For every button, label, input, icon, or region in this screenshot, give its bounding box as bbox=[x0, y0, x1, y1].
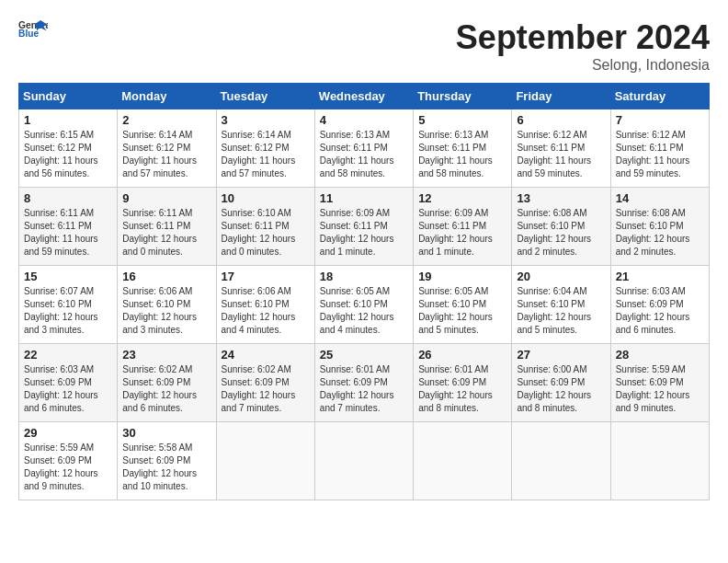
day-info: Sunrise: 6:12 AM Sunset: 6:11 PM Dayligh… bbox=[517, 129, 605, 180]
table-row: 20 Sunrise: 6:04 AM Sunset: 6:10 PM Dayl… bbox=[512, 266, 610, 344]
day-number: 15 bbox=[24, 270, 112, 283]
day-number: 26 bbox=[418, 348, 506, 362]
col-tuesday: Tuesday bbox=[216, 84, 314, 109]
day-number: 14 bbox=[616, 191, 704, 205]
day-number: 6 bbox=[517, 113, 605, 127]
logo-icon: General Blue bbox=[18, 18, 48, 40]
table-row: 1 Sunrise: 6:15 AM Sunset: 6:12 PM Dayli… bbox=[19, 109, 118, 188]
day-number: 29 bbox=[24, 426, 112, 440]
table-row bbox=[216, 422, 314, 500]
table-row bbox=[512, 422, 610, 500]
table-row: 12 Sunrise: 6:09 AM Sunset: 6:11 PM Dayl… bbox=[414, 188, 512, 266]
table-row: 22 Sunrise: 6:03 AM Sunset: 6:09 PM Dayl… bbox=[19, 344, 118, 422]
table-row: 27 Sunrise: 6:00 AM Sunset: 6:09 PM Dayl… bbox=[512, 344, 610, 422]
calendar-week-row: 29 Sunrise: 5:59 AM Sunset: 6:09 PM Dayl… bbox=[19, 422, 710, 500]
col-sunday: Sunday bbox=[19, 84, 118, 109]
table-row: 5 Sunrise: 6:13 AM Sunset: 6:11 PM Dayli… bbox=[414, 109, 512, 188]
day-info: Sunrise: 6:00 AM Sunset: 6:09 PM Dayligh… bbox=[517, 363, 605, 415]
col-saturday: Saturday bbox=[610, 84, 709, 109]
day-number: 13 bbox=[517, 191, 605, 205]
day-number: 17 bbox=[222, 270, 310, 283]
day-info: Sunrise: 6:14 AM Sunset: 6:12 PM Dayligh… bbox=[222, 129, 310, 180]
table-row: 10 Sunrise: 6:10 AM Sunset: 6:11 PM Dayl… bbox=[216, 188, 314, 266]
day-info: Sunrise: 6:06 AM Sunset: 6:10 PM Dayligh… bbox=[222, 285, 310, 337]
day-number: 10 bbox=[222, 191, 310, 205]
table-row: 6 Sunrise: 6:12 AM Sunset: 6:11 PM Dayli… bbox=[512, 109, 610, 188]
day-number: 30 bbox=[122, 426, 210, 440]
day-info: Sunrise: 5:59 AM Sunset: 6:09 PM Dayligh… bbox=[616, 363, 704, 415]
calendar-week-row: 15 Sunrise: 6:07 AM Sunset: 6:10 PM Dayl… bbox=[19, 266, 710, 344]
day-number: 28 bbox=[616, 348, 704, 362]
day-info: Sunrise: 5:58 AM Sunset: 6:09 PM Dayligh… bbox=[122, 442, 210, 493]
day-info: Sunrise: 6:02 AM Sunset: 6:09 PM Dayligh… bbox=[222, 363, 310, 415]
day-info: Sunrise: 6:03 AM Sunset: 6:09 PM Dayligh… bbox=[24, 363, 112, 415]
day-info: Sunrise: 6:11 AM Sunset: 6:11 PM Dayligh… bbox=[122, 207, 210, 259]
table-row: 23 Sunrise: 6:02 AM Sunset: 6:09 PM Dayl… bbox=[118, 344, 216, 422]
day-number: 7 bbox=[616, 113, 704, 127]
col-friday: Friday bbox=[512, 84, 610, 109]
location-subtitle: Selong, Indonesia bbox=[456, 57, 710, 74]
day-number: 19 bbox=[418, 270, 506, 283]
table-row: 9 Sunrise: 6:11 AM Sunset: 6:11 PM Dayli… bbox=[118, 188, 216, 266]
day-info: Sunrise: 6:01 AM Sunset: 6:09 PM Dayligh… bbox=[418, 363, 506, 415]
day-info: Sunrise: 6:07 AM Sunset: 6:10 PM Dayligh… bbox=[24, 285, 112, 337]
table-row: 4 Sunrise: 6:13 AM Sunset: 6:11 PM Dayli… bbox=[314, 109, 413, 188]
day-number: 25 bbox=[320, 348, 408, 362]
day-number: 24 bbox=[222, 348, 310, 362]
svg-text:Blue: Blue bbox=[18, 29, 39, 39]
table-row: 30 Sunrise: 5:58 AM Sunset: 6:09 PM Dayl… bbox=[118, 422, 216, 500]
table-row: 25 Sunrise: 6:01 AM Sunset: 6:09 PM Dayl… bbox=[314, 344, 413, 422]
table-row bbox=[414, 422, 512, 500]
day-number: 4 bbox=[320, 113, 408, 127]
table-row: 7 Sunrise: 6:12 AM Sunset: 6:11 PM Dayli… bbox=[610, 109, 709, 188]
table-row: 3 Sunrise: 6:14 AM Sunset: 6:12 PM Dayli… bbox=[216, 109, 314, 188]
table-row: 26 Sunrise: 6:01 AM Sunset: 6:09 PM Dayl… bbox=[414, 344, 512, 422]
day-info: Sunrise: 6:09 AM Sunset: 6:11 PM Dayligh… bbox=[320, 207, 408, 259]
day-number: 9 bbox=[122, 191, 210, 205]
calendar-week-row: 1 Sunrise: 6:15 AM Sunset: 6:12 PM Dayli… bbox=[19, 109, 710, 188]
day-info: Sunrise: 6:14 AM Sunset: 6:12 PM Dayligh… bbox=[122, 129, 210, 180]
calendar-week-row: 8 Sunrise: 6:11 AM Sunset: 6:11 PM Dayli… bbox=[19, 188, 710, 266]
day-info: Sunrise: 6:03 AM Sunset: 6:09 PM Dayligh… bbox=[616, 285, 704, 337]
calendar-week-row: 22 Sunrise: 6:03 AM Sunset: 6:09 PM Dayl… bbox=[19, 344, 710, 422]
table-row: 13 Sunrise: 6:08 AM Sunset: 6:10 PM Dayl… bbox=[512, 188, 610, 266]
table-row: 2 Sunrise: 6:14 AM Sunset: 6:12 PM Dayli… bbox=[118, 109, 216, 188]
day-info: Sunrise: 6:11 AM Sunset: 6:11 PM Dayligh… bbox=[24, 207, 112, 259]
day-info: Sunrise: 6:12 AM Sunset: 6:11 PM Dayligh… bbox=[616, 129, 704, 180]
day-number: 3 bbox=[222, 113, 310, 127]
calendar-table: Sunday Monday Tuesday Wednesday Thursday… bbox=[18, 83, 710, 500]
day-number: 23 bbox=[122, 348, 210, 362]
day-number: 16 bbox=[122, 270, 210, 283]
day-number: 21 bbox=[616, 270, 704, 283]
day-info: Sunrise: 6:08 AM Sunset: 6:10 PM Dayligh… bbox=[616, 207, 704, 259]
day-info: Sunrise: 6:04 AM Sunset: 6:10 PM Dayligh… bbox=[517, 285, 605, 337]
table-row: 17 Sunrise: 6:06 AM Sunset: 6:10 PM Dayl… bbox=[216, 266, 314, 344]
day-number: 20 bbox=[517, 270, 605, 283]
day-number: 2 bbox=[122, 113, 210, 127]
day-info: Sunrise: 6:10 AM Sunset: 6:11 PM Dayligh… bbox=[222, 207, 310, 259]
day-info: Sunrise: 6:08 AM Sunset: 6:10 PM Dayligh… bbox=[517, 207, 605, 259]
day-number: 27 bbox=[517, 348, 605, 362]
table-row: 24 Sunrise: 6:02 AM Sunset: 6:09 PM Dayl… bbox=[216, 344, 314, 422]
col-monday: Monday bbox=[118, 84, 216, 109]
day-number: 18 bbox=[320, 270, 408, 283]
day-info: Sunrise: 6:01 AM Sunset: 6:09 PM Dayligh… bbox=[320, 363, 408, 415]
table-row: 15 Sunrise: 6:07 AM Sunset: 6:10 PM Dayl… bbox=[19, 266, 118, 344]
table-row: 21 Sunrise: 6:03 AM Sunset: 6:09 PM Dayl… bbox=[610, 266, 709, 344]
table-row: 28 Sunrise: 5:59 AM Sunset: 6:09 PM Dayl… bbox=[610, 344, 709, 422]
day-number: 22 bbox=[24, 348, 112, 362]
table-row: 8 Sunrise: 6:11 AM Sunset: 6:11 PM Dayli… bbox=[19, 188, 118, 266]
month-title: September 2024 bbox=[456, 18, 710, 57]
day-info: Sunrise: 6:06 AM Sunset: 6:10 PM Dayligh… bbox=[122, 285, 210, 337]
table-row: 18 Sunrise: 6:05 AM Sunset: 6:10 PM Dayl… bbox=[314, 266, 413, 344]
day-info: Sunrise: 5:59 AM Sunset: 6:09 PM Dayligh… bbox=[24, 442, 112, 493]
table-row bbox=[314, 422, 413, 500]
day-info: Sunrise: 6:15 AM Sunset: 6:12 PM Dayligh… bbox=[24, 129, 112, 180]
day-number: 11 bbox=[320, 191, 408, 205]
table-row bbox=[610, 422, 709, 500]
day-number: 8 bbox=[24, 191, 112, 205]
table-row: 16 Sunrise: 6:06 AM Sunset: 6:10 PM Dayl… bbox=[118, 266, 216, 344]
table-row: 19 Sunrise: 6:05 AM Sunset: 6:10 PM Dayl… bbox=[414, 266, 512, 344]
title-area: September 2024 Selong, Indonesia bbox=[456, 18, 710, 74]
day-info: Sunrise: 6:09 AM Sunset: 6:11 PM Dayligh… bbox=[418, 207, 506, 259]
